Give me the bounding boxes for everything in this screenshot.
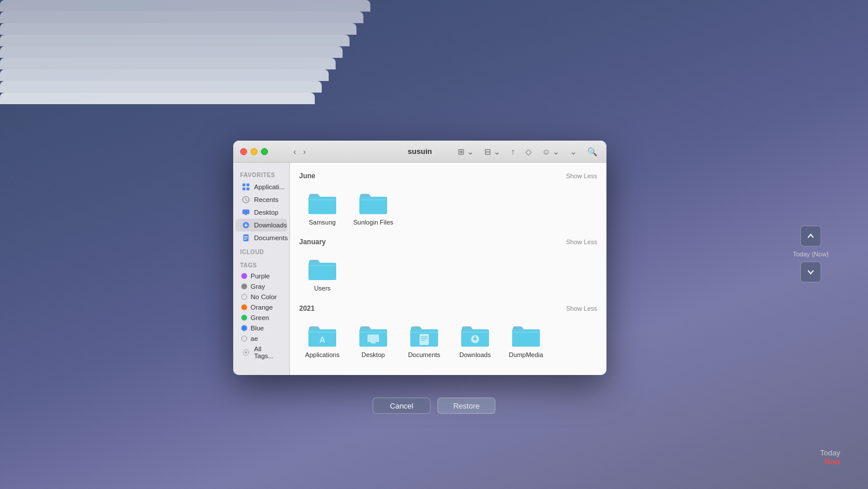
sidebar-item-recents[interactable]: Recents	[236, 193, 287, 206]
sidebar-item-green-label: Green	[251, 314, 269, 321]
sidebar-item-gray[interactable]: Gray	[236, 281, 287, 292]
folder-sunlogin-icon	[358, 189, 389, 216]
2021-title: 2021	[299, 304, 315, 312]
tm-up-button[interactable]	[800, 226, 821, 247]
folder-movies[interactable]: Movies	[299, 367, 345, 375]
folder-samsung[interactable]: Samsung	[299, 186, 345, 230]
folder-documents-2021[interactable]: Documents	[401, 318, 447, 362]
2021-section-header: 2021 Show Less	[299, 304, 597, 312]
folder-applications-2021[interactable]: A Applications	[299, 318, 345, 362]
folder-samsung-icon	[307, 189, 338, 216]
june-show-less[interactable]: Show Less	[566, 172, 597, 179]
svg-rect-6	[245, 214, 247, 215]
finder-window: ‹ › susuin ⊞ ⌄ ⊟ ⌄ ↑ ◇ ☺ ⌄ ⌄ 🔍 Favorites…	[233, 141, 606, 375]
gray-dot	[241, 284, 247, 289]
stack-layer-5	[0, 46, 343, 58]
main-content: June Show Less Samsung	[290, 163, 606, 375]
maximize-button[interactable]	[261, 148, 268, 155]
view-icon-button[interactable]: ⊞ ⌄	[455, 146, 476, 157]
sidebar-item-ae-label: ae	[251, 335, 258, 342]
june-title: June	[299, 172, 315, 180]
sidebar-item-ae[interactable]: ae	[236, 333, 287, 344]
sidebar-item-purple[interactable]: Purple	[236, 271, 287, 281]
june-section-header: June Show Less	[299, 172, 597, 180]
blue-dot	[241, 325, 247, 331]
tag-button[interactable]: ◇	[523, 146, 534, 157]
stack-layer-2	[0, 12, 363, 23]
sidebar-item-no-color-label: No Color	[251, 293, 277, 300]
restore-button[interactable]: Restore	[437, 398, 495, 414]
folder-desktop-2021-label: Desktop	[362, 351, 385, 359]
dropdown-button[interactable]: ⌄	[568, 146, 579, 157]
minimize-button[interactable]	[251, 148, 258, 155]
forward-button[interactable]: ›	[301, 146, 308, 157]
sidebar-item-no-color[interactable]: No Color	[236, 292, 287, 302]
sidebar-item-purple-label: Purple	[251, 273, 270, 280]
tm-time-label: Today (Now)	[793, 250, 829, 258]
purple-dot	[241, 273, 247, 279]
sidebar-item-applications[interactable]: Applicati...	[236, 181, 287, 193]
stack-layer-8	[0, 81, 322, 93]
folder-documents-2021-icon	[409, 322, 440, 348]
stack-layer-6	[0, 58, 336, 69]
tm-side-controls: Today (Now)	[793, 226, 829, 282]
svg-rect-12	[367, 334, 379, 342]
toolbar-right: ⊞ ⌄ ⊟ ⌄ ↑ ◇ ☺ ⌄ ⌄ 🔍	[455, 146, 599, 157]
sidebar-item-orange[interactable]: Orange	[236, 302, 287, 312]
svg-rect-13	[371, 342, 376, 344]
favorites-label: Favorites	[233, 167, 289, 181]
folder-dumpmedia-label: DumpMedia	[509, 351, 543, 359]
svg-text:A: A	[319, 335, 325, 344]
january-section-header: January Show Less	[299, 238, 597, 246]
january-show-less[interactable]: Show Less	[566, 238, 597, 245]
sidebar-item-downloads[interactable]: Downloads	[236, 219, 287, 231]
folder-samsung-label: Samsung	[309, 218, 336, 226]
sidebar-item-downloads-label: Downloads	[254, 222, 287, 229]
window-title: susuin	[408, 147, 432, 156]
folder-sunlogin-files[interactable]: Sunlogin Files	[350, 186, 396, 230]
folder-downloads-2021-label: Downloads	[459, 351, 491, 359]
folder-desktop-2021[interactable]: Desktop	[350, 318, 396, 362]
action-button[interactable]: ☺ ⌄	[540, 146, 562, 157]
2021-show-less[interactable]: Show Less	[566, 305, 597, 312]
bottom-time-now-label: Now	[820, 457, 840, 466]
folder-dumpmedia-icon	[510, 322, 542, 348]
view-group-button[interactable]: ⊟ ⌄	[482, 146, 503, 157]
search-button[interactable]: 🔍	[585, 146, 599, 157]
sidebar-item-desktop[interactable]: Desktop	[236, 206, 287, 219]
2021-folders-grid: A Applications	[299, 318, 597, 375]
title-bar: ‹ › susuin ⊞ ⌄ ⊟ ⌄ ↑ ◇ ☺ ⌄ ⌄ 🔍	[233, 141, 606, 163]
tags-label: Tags	[233, 258, 289, 271]
sidebar-item-documents[interactable]: Documents	[236, 231, 287, 244]
share-button[interactable]: ↑	[509, 146, 517, 157]
folder-users[interactable]: Users	[299, 252, 345, 296]
folder-users-label: Users	[314, 284, 331, 292]
svg-rect-0	[242, 183, 245, 186]
folder-desktop-2021-icon	[358, 322, 389, 348]
folder-dumpmedia[interactable]: DumpMedia	[503, 318, 549, 362]
folder-downloads-2021-icon	[459, 322, 491, 348]
sidebar-item-all-tags[interactable]: All Tags...	[236, 344, 287, 361]
green-dot	[241, 315, 247, 321]
folder-applications-2021-icon: A	[307, 322, 338, 348]
back-button[interactable]: ‹	[291, 146, 299, 157]
folder-downloads-2021[interactable]: Downloads	[452, 318, 498, 362]
close-button[interactable]	[240, 148, 247, 155]
sidebar-item-green[interactable]: Green	[236, 312, 287, 323]
svg-point-10	[245, 351, 247, 354]
sidebar-item-recents-label: Recents	[254, 196, 278, 203]
january-folders-grid: Users	[299, 252, 597, 296]
sidebar-item-blue[interactable]: Blue	[236, 323, 287, 333]
sidebar-item-documents-label: Documents	[254, 234, 288, 241]
cancel-button[interactable]: Cancel	[373, 398, 431, 414]
svg-rect-14	[420, 334, 429, 345]
folder-applications-2021-label: Applications	[305, 351, 339, 359]
applications-icon	[241, 182, 251, 192]
svg-rect-2	[242, 187, 245, 190]
folder-sunlogin-label: Sunlogin Files	[353, 218, 393, 226]
all-tags-icon	[241, 348, 251, 357]
svg-rect-5	[242, 209, 249, 214]
downloads-icon	[241, 220, 251, 230]
folder-movies-icon	[307, 370, 338, 375]
tm-down-button[interactable]	[800, 262, 821, 282]
